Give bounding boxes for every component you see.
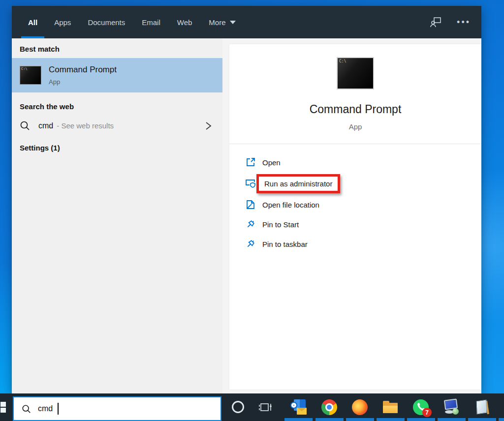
tab-documents[interactable]: Documents [79,6,133,38]
windows-logo-icon [0,408,6,413]
search-icon [22,404,31,414]
file-explorer-icon[interactable] [382,399,399,416]
text-caret [58,403,59,415]
preview-panel: C:\ Command Prompt App Open [222,38,481,393]
task-view-icon[interactable] [259,401,273,414]
highlighted-action-label: Run as administrator [256,174,340,193]
filter-tabs: All Apps Documents Email Web More [20,6,244,38]
context-actions: Open Run as administrator [229,144,481,254]
running-indicator [284,418,313,421]
action-pin-to-start[interactable]: Pin to Start [245,214,481,234]
notepad-icon[interactable] [473,399,490,416]
best-match-header: Best match [12,38,222,58]
chevron-down-icon [230,21,236,24]
running-indicator [499,418,504,421]
tab-more[interactable]: More [200,6,244,38]
web-suffix: - See web results [57,121,114,130]
web-query: cmd [38,121,53,130]
result-title: Command Prompt [49,65,117,75]
notification-badge: 7 [422,408,432,417]
tab-email[interactable]: Email [133,6,169,38]
open-file-location-icon [245,199,256,210]
start-button[interactable] [0,393,12,421]
chrome-icon[interactable] [321,399,338,416]
running-indicator [346,418,374,421]
settings-header: Settings (1) [12,137,222,157]
pin-icon [245,219,256,230]
action-run-as-administrator[interactable]: Run as administrator [245,172,481,195]
search-flyout: All Apps Documents Email Web More ••• Be… [12,6,481,393]
action-pin-to-taskbar[interactable]: Pin to taskbar [245,234,481,254]
command-prompt-icon: C:\ [20,66,41,85]
chevron-right-icon [205,121,212,130]
preview-app-name: Command Prompt [310,103,402,116]
search-filter-bar: All Apps Documents Email Web More ••• [12,6,481,38]
tab-apps[interactable]: Apps [46,6,79,38]
outlook-icon[interactable] [290,399,307,416]
run-as-admin-icon [245,178,256,189]
taskbar: 7 [0,393,504,421]
web-search-result[interactable]: cmd - See web results [12,116,222,137]
tab-web[interactable]: Web [169,6,201,38]
cortana-icon[interactable] [232,401,244,413]
windows-logo-icon [0,402,6,407]
action-open-file-location[interactable]: Open file location [245,195,481,214]
result-subtitle: App [49,78,117,86]
running-indicator [315,418,344,421]
running-indicator [407,418,435,421]
preview-app-type: App [349,122,362,131]
whatsapp-icon[interactable]: 7 [412,399,429,416]
more-options-icon[interactable]: ••• [457,20,471,25]
running-indicator [438,418,466,421]
tab-all[interactable]: All [20,6,46,38]
search-web-header: Search the web [12,92,222,116]
remote-desktop-icon[interactable] [443,399,460,416]
feedback-icon[interactable] [430,17,442,28]
running-indicator [377,418,405,421]
search-icon [20,120,30,131]
taskbar-search-box[interactable] [13,396,221,421]
best-match-result[interactable]: C:\ Command Prompt App [12,58,222,92]
open-icon [245,157,256,168]
results-panel: Best match C:\ Command Prompt App Search… [12,38,222,393]
action-open[interactable]: Open [245,152,481,172]
command-prompt-icon-large: C:\ [337,57,374,90]
running-indicator [468,418,496,421]
pin-icon [245,239,256,249]
search-input[interactable] [38,404,58,413]
firefox-icon[interactable] [351,399,368,416]
